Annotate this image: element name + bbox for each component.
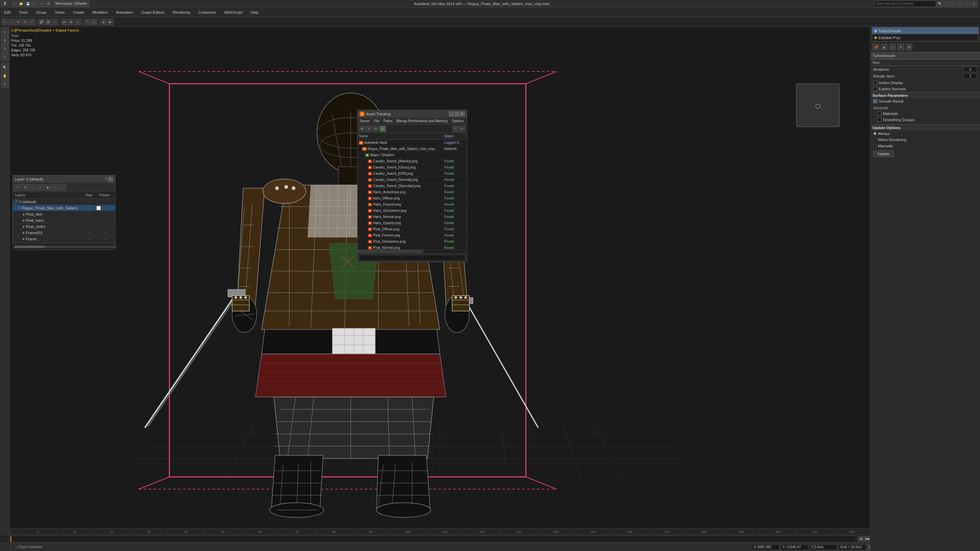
menu-rendering[interactable]: Rendering bbox=[172, 10, 192, 15]
save-btn[interactable]: 💾 bbox=[25, 1, 31, 7]
render-setup-btn[interactable]: ⚙ bbox=[45, 1, 51, 7]
manually-radio[interactable] bbox=[873, 144, 877, 148]
menu-tools[interactable]: Tools bbox=[18, 10, 29, 15]
select-btn[interactable]: ↖ bbox=[2, 19, 8, 25]
select-region-btn[interactable]: ⬚ bbox=[8, 19, 14, 25]
layer-row-frame001[interactable]: ◈ Frame001 — — bbox=[13, 230, 115, 236]
explicit-normals-checkbox[interactable] bbox=[873, 87, 877, 91]
close-icon[interactable]: × bbox=[950, 1, 957, 7]
asset-menu-bitmap-perf[interactable]: Bitmap Performance and Memory bbox=[395, 118, 450, 125]
menu-edit[interactable]: Edit bbox=[3, 10, 12, 15]
asset-menu-options[interactable]: Options bbox=[450, 118, 466, 125]
asset-panel-titlebar[interactable]: A Asset Tracking — □ ✕ bbox=[358, 110, 467, 118]
turbosmooth-modifier[interactable]: TurboSmooth bbox=[872, 27, 978, 34]
asset-row-cavalry-specular[interactable]: ■ Cavalry_Sword_[Specular].png Found bbox=[358, 183, 467, 189]
menu-create[interactable]: Create bbox=[72, 10, 86, 15]
layer-panel-titlebar[interactable]: Layer: 0 (default) ? × bbox=[13, 175, 115, 183]
menu-maxscript[interactable]: MAXScript bbox=[223, 10, 244, 15]
smoothing-groups-checkbox[interactable] bbox=[877, 118, 881, 122]
iterations-input[interactable]: 0 bbox=[964, 67, 977, 72]
layer-row-rogue-obj[interactable]: ◈ Rogue_Pirate_Man_with_Sabers — — bbox=[13, 242, 115, 243]
always-radio[interactable] bbox=[873, 132, 877, 135]
layer-select-objects-btn[interactable]: ○ bbox=[37, 184, 44, 191]
materials-checkbox[interactable] bbox=[877, 111, 881, 116]
material-editor-btn[interactable]: ◈ bbox=[100, 19, 107, 25]
menu-views[interactable]: Views bbox=[53, 10, 66, 15]
layer-row-pirat-hairs[interactable]: ◈ Pirat_hairs — — bbox=[13, 217, 115, 224]
move-tool-btn[interactable]: ✛ bbox=[1, 37, 9, 44]
asset-close-btn[interactable]: ✕ bbox=[460, 111, 465, 116]
asset-list-btn[interactable]: ≡ bbox=[366, 125, 372, 132]
menu-modifiers[interactable]: Modifiers bbox=[91, 10, 109, 15]
scale-btn[interactable]: ⤢ bbox=[29, 19, 35, 25]
isoline-checkbox[interactable] bbox=[873, 81, 877, 85]
minimize-icon[interactable]: — bbox=[957, 1, 964, 7]
search-icon[interactable]: 🔍 bbox=[937, 1, 943, 7]
smooth-result-checkbox[interactable]: ✓ bbox=[873, 99, 877, 103]
schematic-btn[interactable]: ⬡ bbox=[91, 19, 97, 25]
asset-row-hairs-normal[interactable]: ■ Hairs_Normal.png Found bbox=[358, 214, 467, 220]
layer-row-pirat-skin[interactable]: ◈ Pirat_skin — — bbox=[13, 211, 115, 217]
curve-editor-btn[interactable]: 〜 bbox=[84, 19, 90, 25]
bind-btn[interactable]: → bbox=[52, 19, 58, 25]
when-rendering-radio[interactable] bbox=[873, 138, 877, 141]
layer-create-btn[interactable]: + bbox=[14, 184, 21, 191]
editable-poly-modifier[interactable]: Editable Poly bbox=[872, 34, 978, 41]
prev-frame-btn[interactable]: |◀ bbox=[858, 536, 864, 542]
asset-refresh-btn[interactable]: ↻ bbox=[459, 125, 465, 132]
asset-minimize-btn[interactable]: — bbox=[449, 111, 454, 116]
undo-btn[interactable]: ↩ bbox=[32, 1, 38, 7]
asset-row-cavalry-normal[interactable]: ■ Cavalry_Sword_[Normal].png Found bbox=[358, 177, 467, 183]
asset-row-pirat-normal[interactable]: ■ Pirat_Normal.png Found bbox=[358, 245, 467, 249]
layer-row-pirat-cloths[interactable]: ◈ Pirat_cloths — — bbox=[13, 224, 115, 230]
asset-row-hairs-diffuse[interactable]: ■ hairs_Diffuse.png Found bbox=[358, 195, 467, 202]
unlink-btn[interactable]: ⛓ bbox=[45, 19, 51, 25]
search-input[interactable] bbox=[874, 1, 936, 7]
mirror-btn[interactable]: ⇄ bbox=[61, 19, 67, 25]
asset-help-btn[interactable]: ? bbox=[452, 125, 458, 132]
select-object-btn[interactable]: ↖ bbox=[1, 28, 9, 36]
layer-panel-close-btn[interactable]: × bbox=[108, 177, 113, 182]
menu-graph-editors[interactable]: Graph Editors bbox=[140, 10, 166, 15]
layer-delete-btn[interactable]: ✕ bbox=[22, 184, 29, 191]
asset-row-pirat-fresnel[interactable]: ■ Pirat_Fresnel.png Found bbox=[358, 232, 467, 238]
menu-help[interactable]: Help bbox=[250, 10, 260, 15]
redo-btn[interactable]: ↪ bbox=[38, 1, 45, 7]
viewport[interactable]: [+][Perspective][Shaded + Edged Faces] T… bbox=[10, 27, 870, 534]
asset-row-hairs-gloss[interactable]: ■ Hairs_Glossiness.png Found bbox=[358, 208, 467, 214]
layer-row-frame[interactable]: ◈ Frame — — bbox=[13, 236, 115, 242]
move-btn[interactable]: ✛ bbox=[15, 19, 21, 25]
asset-expand-btn[interactable]: ⊞ bbox=[359, 125, 365, 132]
zoom-btn[interactable]: 🔍 bbox=[1, 64, 9, 71]
show-end-result-btn[interactable]: ◈ bbox=[881, 44, 888, 51]
link-btn[interactable]: 🔗 bbox=[38, 19, 44, 25]
menu-customize[interactable]: Customize bbox=[197, 10, 218, 15]
asset-scrollbar[interactable] bbox=[358, 249, 467, 253]
asset-row-maps[interactable]: ◈ Maps / Shaders bbox=[358, 152, 467, 158]
render-btn[interactable]: ▶ bbox=[107, 19, 113, 25]
scale-tool-btn[interactable]: ⤢ bbox=[1, 53, 9, 60]
layer-highlight-btn[interactable]: ◈ bbox=[44, 184, 51, 191]
menu-group[interactable]: Group bbox=[35, 10, 48, 15]
layer-row-rogue-pirate[interactable]: R Rogue_Pirate_Man_with_Sabers — bbox=[13, 205, 115, 211]
rotate-tool-btn[interactable]: ↻ bbox=[1, 44, 9, 52]
align-btn[interactable]: ⊞ bbox=[68, 19, 74, 25]
asset-row-hairs-aniso[interactable]: ■ Hairs_Anisotropy.png Found bbox=[358, 189, 467, 195]
asset-row-pirat-gloss[interactable]: ■ Pirat_Glossiness.png Found bbox=[358, 238, 467, 245]
timeline-area[interactable] bbox=[10, 535, 856, 542]
maximize-icon[interactable]: □ bbox=[964, 1, 970, 7]
rotate-btn[interactable]: ↻ bbox=[22, 19, 28, 25]
asset-active-view-btn[interactable]: ⊡ bbox=[380, 125, 386, 132]
asset-menu-server[interactable]: Server bbox=[358, 118, 372, 125]
configure-btn[interactable]: ⚙ bbox=[905, 44, 912, 51]
new-btn[interactable]: □ bbox=[11, 1, 17, 7]
arc-rotate-btn[interactable]: ↻ bbox=[1, 80, 9, 87]
layer-add-selection-btn[interactable]: ↓ bbox=[29, 184, 36, 191]
asset-row-maxfile[interactable]: M Rogue_Pirate_Man_with_Sabers_max_vray.… bbox=[358, 146, 467, 152]
prev-key-btn[interactable]: ◀◀ bbox=[864, 536, 870, 542]
asset-row-cavalry-ior[interactable]: ■ Cavalry_Sword_[IOR].png Found bbox=[358, 171, 467, 177]
layer-up-btn[interactable]: ↑ bbox=[52, 184, 59, 191]
close-window-icon[interactable]: ✕ bbox=[971, 1, 977, 7]
asset-table-body[interactable]: A Autodesk Vault Logged O... M Rogue_Pir… bbox=[358, 140, 467, 249]
asset-row-pirat-diffuse[interactable]: ■ Pirat_Diffuse.png Found bbox=[358, 226, 467, 232]
